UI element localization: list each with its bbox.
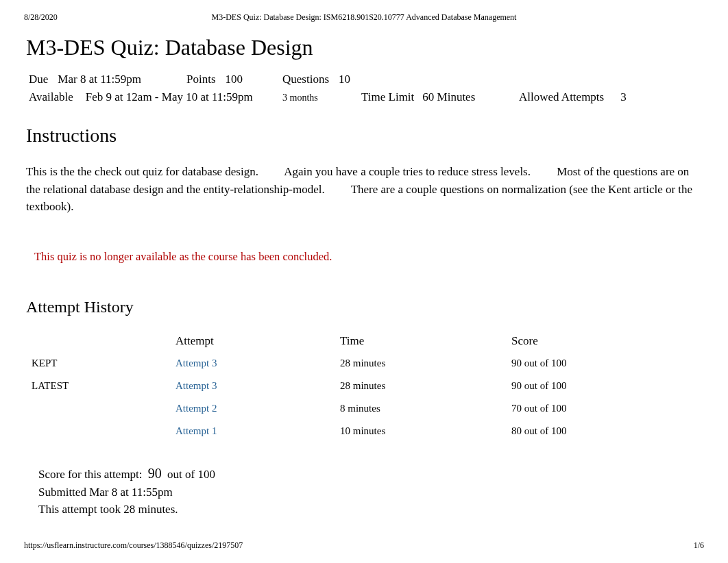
row-time: 28 minutes: [335, 375, 506, 397]
attempt-link[interactable]: Attempt 3: [175, 358, 217, 368]
row-time: 10 minutes: [335, 420, 506, 442]
score-summary: Score for this attempt: 90 out of 100 Su…: [26, 463, 702, 518]
row-score: 70 out of 100: [506, 397, 702, 420]
row-score: 90 out of 100: [506, 352, 702, 375]
attempt-link[interactable]: Attempt 1: [175, 425, 217, 436]
due-label: Due: [29, 73, 48, 86]
footer-page-number: 1/6: [694, 540, 704, 551]
table-row: KEPT Attempt 3 28 minutes 90 out of 100: [26, 352, 702, 375]
points-label: Points: [186, 73, 216, 86]
score-suffix: out of 100: [167, 468, 215, 481]
page-header: 8/28/2020 M3-DES Quiz: Database Design: …: [0, 0, 728, 23]
score-value: 90: [145, 466, 165, 481]
submitted-line: Submitted Mar 8 at 11:55pm: [38, 484, 702, 501]
col-header-score: Score: [506, 330, 702, 352]
time-limit-value: 60 Minutes: [422, 90, 475, 104]
col-header-attempt: Attempt: [170, 330, 335, 352]
page-footer: https://usflearn.instructure.com/courses…: [24, 540, 704, 551]
col-header-time: Time: [335, 330, 506, 352]
score-label: Score for this attempt:: [38, 468, 143, 481]
meta-row-2: Available Feb 9 at 12am - May 10 at 11:5…: [26, 90, 702, 104]
meta-row-1: Due Mar 8 at 11:59pm Points 100 Question…: [26, 73, 702, 86]
questions-label: Questions: [282, 73, 329, 86]
instructions-heading: Instructions: [26, 125, 702, 147]
points-value: 100: [226, 73, 243, 86]
row-tag: [26, 397, 170, 420]
quiz-closed-notice: This quiz is no longer available as the …: [26, 250, 702, 264]
row-tag: LATEST: [26, 375, 170, 397]
row-time: 28 minutes: [335, 352, 506, 375]
available-label: Available: [29, 90, 73, 104]
col-header-tag: [26, 330, 170, 352]
instructions-body: This is the the check out quiz for datab…: [26, 163, 702, 216]
row-tag: KEPT: [26, 352, 170, 375]
row-time: 8 minutes: [335, 397, 506, 420]
table-row: LATEST Attempt 3 28 minutes 90 out of 10…: [26, 375, 702, 397]
row-tag: [26, 420, 170, 442]
time-limit-label: Time Limit: [361, 90, 414, 104]
attempt-link[interactable]: Attempt 2: [175, 403, 217, 414]
allowed-attempts-value: 3: [620, 90, 627, 104]
attempt-history-table: Attempt Time Score KEPT Attempt 3 28 min…: [26, 330, 702, 442]
header-date: 8/28/2020: [24, 12, 58, 23]
allowed-attempts-label: Allowed Attempts: [519, 90, 604, 104]
table-row: Attempt 1 10 minutes 80 out of 100: [26, 420, 702, 442]
attempt-history-heading: Attempt History: [26, 298, 702, 316]
duration-note: 3 months: [282, 92, 361, 103]
footer-url: https://usflearn.instructure.com/courses…: [24, 540, 243, 551]
due-value: Mar 8 at 11:59pm: [58, 73, 141, 86]
page-title: M3-DES Quiz: Database Design: [26, 35, 702, 60]
available-value: Feb 9 at 12am - May 10 at 11:59pm: [86, 90, 253, 104]
row-score: 90 out of 100: [506, 375, 702, 397]
took-line: This attempt took 28 minutes.: [38, 501, 702, 518]
attempt-link[interactable]: Attempt 3: [175, 380, 217, 391]
questions-value: 10: [339, 73, 350, 86]
header-course-title: M3-DES Quiz: Database Design: ISM6218.90…: [212, 12, 517, 23]
table-row: Attempt 2 8 minutes 70 out of 100: [26, 397, 702, 420]
row-score: 80 out of 100: [506, 420, 702, 442]
